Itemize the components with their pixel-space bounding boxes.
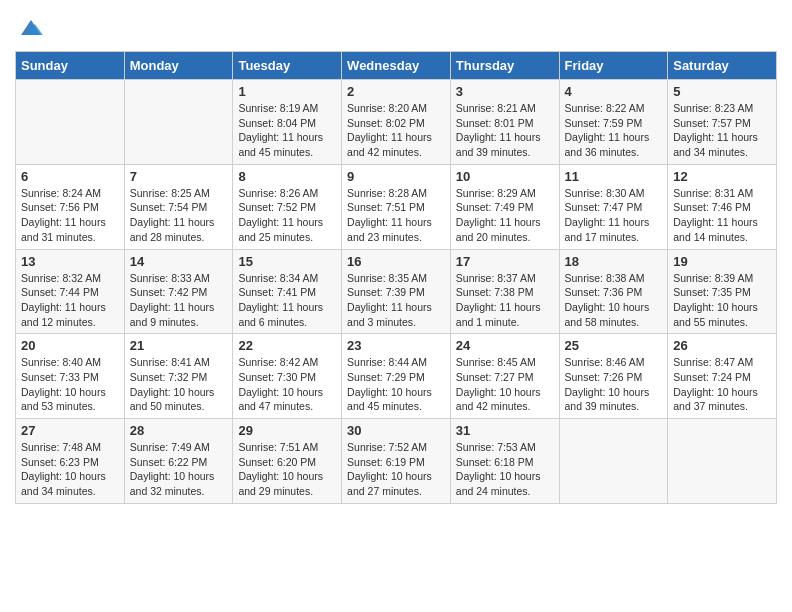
calendar-cell	[16, 80, 125, 165]
calendar-cell: 15Sunrise: 8:34 AM Sunset: 7:41 PM Dayli…	[233, 249, 342, 334]
day-number: 20	[21, 338, 119, 353]
day-number: 27	[21, 423, 119, 438]
cell-content: Sunrise: 8:29 AM Sunset: 7:49 PM Dayligh…	[456, 186, 554, 245]
day-number: 29	[238, 423, 336, 438]
cell-content: Sunrise: 8:44 AM Sunset: 7:29 PM Dayligh…	[347, 355, 445, 414]
calendar-week-row: 20Sunrise: 8:40 AM Sunset: 7:33 PM Dayli…	[16, 334, 777, 419]
cell-content: Sunrise: 8:30 AM Sunset: 7:47 PM Dayligh…	[565, 186, 663, 245]
weekday-header: Wednesday	[342, 52, 451, 80]
day-number: 22	[238, 338, 336, 353]
cell-content: Sunrise: 8:25 AM Sunset: 7:54 PM Dayligh…	[130, 186, 228, 245]
day-number: 4	[565, 84, 663, 99]
calendar-week-row: 27Sunrise: 7:48 AM Sunset: 6:23 PM Dayli…	[16, 419, 777, 504]
cell-content: Sunrise: 8:31 AM Sunset: 7:46 PM Dayligh…	[673, 186, 771, 245]
cell-content: Sunrise: 8:47 AM Sunset: 7:24 PM Dayligh…	[673, 355, 771, 414]
day-number: 30	[347, 423, 445, 438]
calendar-cell	[559, 419, 668, 504]
calendar-cell: 3Sunrise: 8:21 AM Sunset: 8:01 PM Daylig…	[450, 80, 559, 165]
day-number: 13	[21, 254, 119, 269]
calendar-cell: 29Sunrise: 7:51 AM Sunset: 6:20 PM Dayli…	[233, 419, 342, 504]
calendar-cell: 2Sunrise: 8:20 AM Sunset: 8:02 PM Daylig…	[342, 80, 451, 165]
cell-content: Sunrise: 8:19 AM Sunset: 8:04 PM Dayligh…	[238, 101, 336, 160]
cell-content: Sunrise: 8:41 AM Sunset: 7:32 PM Dayligh…	[130, 355, 228, 414]
weekday-header: Sunday	[16, 52, 125, 80]
cell-content: Sunrise: 8:26 AM Sunset: 7:52 PM Dayligh…	[238, 186, 336, 245]
weekday-header: Friday	[559, 52, 668, 80]
main-container: SundayMondayTuesdayWednesdayThursdayFrid…	[0, 0, 792, 519]
calendar-cell	[124, 80, 233, 165]
day-number: 5	[673, 84, 771, 99]
weekday-header: Monday	[124, 52, 233, 80]
cell-content: Sunrise: 7:52 AM Sunset: 6:19 PM Dayligh…	[347, 440, 445, 499]
logo	[15, 15, 45, 43]
calendar-cell: 8Sunrise: 8:26 AM Sunset: 7:52 PM Daylig…	[233, 164, 342, 249]
cell-content: Sunrise: 8:24 AM Sunset: 7:56 PM Dayligh…	[21, 186, 119, 245]
logo-icon	[17, 15, 45, 43]
cell-content: Sunrise: 8:42 AM Sunset: 7:30 PM Dayligh…	[238, 355, 336, 414]
calendar-cell: 30Sunrise: 7:52 AM Sunset: 6:19 PM Dayli…	[342, 419, 451, 504]
day-number: 2	[347, 84, 445, 99]
calendar-cell: 24Sunrise: 8:45 AM Sunset: 7:27 PM Dayli…	[450, 334, 559, 419]
day-number: 25	[565, 338, 663, 353]
cell-content: Sunrise: 8:35 AM Sunset: 7:39 PM Dayligh…	[347, 271, 445, 330]
cell-content: Sunrise: 8:37 AM Sunset: 7:38 PM Dayligh…	[456, 271, 554, 330]
calendar-cell: 14Sunrise: 8:33 AM Sunset: 7:42 PM Dayli…	[124, 249, 233, 334]
day-number: 15	[238, 254, 336, 269]
day-number: 18	[565, 254, 663, 269]
calendar-cell: 23Sunrise: 8:44 AM Sunset: 7:29 PM Dayli…	[342, 334, 451, 419]
calendar-week-row: 6Sunrise: 8:24 AM Sunset: 7:56 PM Daylig…	[16, 164, 777, 249]
cell-content: Sunrise: 8:23 AM Sunset: 7:57 PM Dayligh…	[673, 101, 771, 160]
calendar-week-row: 13Sunrise: 8:32 AM Sunset: 7:44 PM Dayli…	[16, 249, 777, 334]
calendar-cell: 22Sunrise: 8:42 AM Sunset: 7:30 PM Dayli…	[233, 334, 342, 419]
calendar-cell: 19Sunrise: 8:39 AM Sunset: 7:35 PM Dayli…	[668, 249, 777, 334]
calendar-week-row: 1Sunrise: 8:19 AM Sunset: 8:04 PM Daylig…	[16, 80, 777, 165]
day-number: 1	[238, 84, 336, 99]
cell-content: Sunrise: 7:49 AM Sunset: 6:22 PM Dayligh…	[130, 440, 228, 499]
cell-content: Sunrise: 8:34 AM Sunset: 7:41 PM Dayligh…	[238, 271, 336, 330]
calendar-cell: 16Sunrise: 8:35 AM Sunset: 7:39 PM Dayli…	[342, 249, 451, 334]
cell-content: Sunrise: 7:48 AM Sunset: 6:23 PM Dayligh…	[21, 440, 119, 499]
calendar-table: SundayMondayTuesdayWednesdayThursdayFrid…	[15, 51, 777, 504]
cell-content: Sunrise: 8:39 AM Sunset: 7:35 PM Dayligh…	[673, 271, 771, 330]
calendar-cell: 26Sunrise: 8:47 AM Sunset: 7:24 PM Dayli…	[668, 334, 777, 419]
weekday-header-row: SundayMondayTuesdayWednesdayThursdayFrid…	[16, 52, 777, 80]
calendar-cell: 27Sunrise: 7:48 AM Sunset: 6:23 PM Dayli…	[16, 419, 125, 504]
calendar-cell: 4Sunrise: 8:22 AM Sunset: 7:59 PM Daylig…	[559, 80, 668, 165]
calendar-cell: 25Sunrise: 8:46 AM Sunset: 7:26 PM Dayli…	[559, 334, 668, 419]
cell-content: Sunrise: 8:21 AM Sunset: 8:01 PM Dayligh…	[456, 101, 554, 160]
day-number: 24	[456, 338, 554, 353]
day-number: 23	[347, 338, 445, 353]
day-number: 31	[456, 423, 554, 438]
cell-content: Sunrise: 8:20 AM Sunset: 8:02 PM Dayligh…	[347, 101, 445, 160]
calendar-cell: 7Sunrise: 8:25 AM Sunset: 7:54 PM Daylig…	[124, 164, 233, 249]
weekday-header: Saturday	[668, 52, 777, 80]
cell-content: Sunrise: 8:33 AM Sunset: 7:42 PM Dayligh…	[130, 271, 228, 330]
weekday-header: Thursday	[450, 52, 559, 80]
cell-content: Sunrise: 8:32 AM Sunset: 7:44 PM Dayligh…	[21, 271, 119, 330]
day-number: 8	[238, 169, 336, 184]
calendar-cell: 18Sunrise: 8:38 AM Sunset: 7:36 PM Dayli…	[559, 249, 668, 334]
calendar-cell: 11Sunrise: 8:30 AM Sunset: 7:47 PM Dayli…	[559, 164, 668, 249]
calendar-cell: 1Sunrise: 8:19 AM Sunset: 8:04 PM Daylig…	[233, 80, 342, 165]
cell-content: Sunrise: 7:53 AM Sunset: 6:18 PM Dayligh…	[456, 440, 554, 499]
cell-content: Sunrise: 8:22 AM Sunset: 7:59 PM Dayligh…	[565, 101, 663, 160]
day-number: 6	[21, 169, 119, 184]
cell-content: Sunrise: 8:38 AM Sunset: 7:36 PM Dayligh…	[565, 271, 663, 330]
header	[15, 10, 777, 43]
day-number: 21	[130, 338, 228, 353]
day-number: 28	[130, 423, 228, 438]
calendar-cell: 12Sunrise: 8:31 AM Sunset: 7:46 PM Dayli…	[668, 164, 777, 249]
day-number: 16	[347, 254, 445, 269]
day-number: 3	[456, 84, 554, 99]
day-number: 14	[130, 254, 228, 269]
day-number: 26	[673, 338, 771, 353]
day-number: 17	[456, 254, 554, 269]
day-number: 11	[565, 169, 663, 184]
day-number: 9	[347, 169, 445, 184]
cell-content: Sunrise: 8:46 AM Sunset: 7:26 PM Dayligh…	[565, 355, 663, 414]
calendar-cell: 10Sunrise: 8:29 AM Sunset: 7:49 PM Dayli…	[450, 164, 559, 249]
calendar-cell: 9Sunrise: 8:28 AM Sunset: 7:51 PM Daylig…	[342, 164, 451, 249]
calendar-cell: 17Sunrise: 8:37 AM Sunset: 7:38 PM Dayli…	[450, 249, 559, 334]
cell-content: Sunrise: 8:28 AM Sunset: 7:51 PM Dayligh…	[347, 186, 445, 245]
calendar-cell: 28Sunrise: 7:49 AM Sunset: 6:22 PM Dayli…	[124, 419, 233, 504]
